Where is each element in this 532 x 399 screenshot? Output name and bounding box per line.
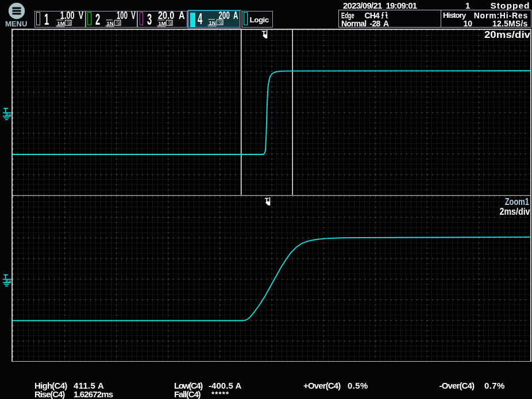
svg-text:20ms/div: 20ms/div: [484, 30, 530, 39]
svg-text:Zoom1: Zoom1: [504, 196, 529, 207]
svg-text:2ms/div: 2ms/div: [499, 206, 530, 216]
